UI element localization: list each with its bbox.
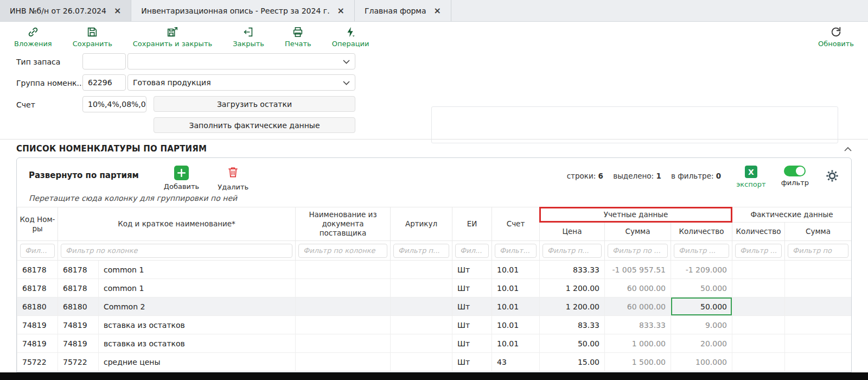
table-cell[interactable]: 50.00 <box>540 334 605 353</box>
table-cell[interactable]: 60 000.00 <box>605 279 671 297</box>
table-cell[interactable] <box>296 279 391 297</box>
collapse-chevron-icon[interactable] <box>844 143 852 154</box>
tab-register[interactable]: Инвентаризационная опись - Реестр за 202… <box>131 0 355 21</box>
table-cell[interactable]: 68178 <box>17 279 58 297</box>
table-cell[interactable] <box>391 261 452 279</box>
close-button[interactable]: Закрыть <box>233 26 264 48</box>
tab-close-icon[interactable]: × <box>337 7 344 15</box>
table-cell[interactable]: -1 005 957.51 <box>605 261 671 279</box>
table-cell[interactable]: 1 200.00 <box>540 279 605 297</box>
table-cell[interactable]: common 1 <box>99 279 296 297</box>
table-cell[interactable] <box>732 334 785 353</box>
refresh-button[interactable]: Обновить <box>818 26 854 48</box>
print-button[interactable]: Печать <box>285 26 311 48</box>
table-cell[interactable]: 20.000 <box>671 334 732 353</box>
item-group-select[interactable]: Готовая продукция <box>127 74 355 91</box>
filter-input-account[interactable] <box>495 244 537 258</box>
col-header-article[interactable]: Артикул <box>391 207 452 241</box>
attachments-button[interactable]: Вложения <box>14 26 52 48</box>
operations-button[interactable]: Операции <box>332 26 369 48</box>
col-header-sum[interactable]: Сумма <box>605 223 671 241</box>
table-cell[interactable] <box>296 353 391 371</box>
table-cell[interactable]: 75722 <box>58 353 99 371</box>
table-cell[interactable]: 15.00 <box>540 353 605 371</box>
table-cell[interactable] <box>732 353 785 371</box>
table-cell[interactable]: Шт <box>452 316 492 334</box>
table-cell[interactable] <box>732 316 785 334</box>
table-cell[interactable]: -1 209.000 <box>671 261 732 279</box>
filter-input-price[interactable] <box>542 244 602 258</box>
table-cell[interactable]: 10.01 <box>492 334 540 353</box>
table-cell[interactable]: 100.000 <box>671 353 732 371</box>
table-row[interactable]: 7572275722средние ценыШт4315.001 500.001… <box>17 353 852 371</box>
col-header-price[interactable]: Цена <box>540 223 605 241</box>
table-cell[interactable]: 50.000 <box>671 279 732 297</box>
filter-input-fact-qty[interactable] <box>735 244 782 258</box>
tab-close-icon[interactable]: × <box>114 7 121 15</box>
table-cell[interactable] <box>296 316 391 334</box>
excel-export-button[interactable]: X экспорт <box>736 166 765 188</box>
table-cell[interactable]: 1 000.00 <box>605 334 671 353</box>
settings-gear-button[interactable] <box>825 169 839 185</box>
table-cell[interactable]: 10.01 <box>492 316 540 334</box>
table-cell[interactable] <box>296 334 391 353</box>
table-cell[interactable]: 68180 <box>17 297 58 316</box>
table-cell[interactable]: 10.01 <box>492 279 540 297</box>
col-header-unit[interactable]: ЕИ <box>452 207 492 241</box>
filter-input-fact-sum[interactable] <box>788 244 848 258</box>
table-cell[interactable] <box>732 261 785 279</box>
table-cell[interactable]: средние цены <box>99 353 296 371</box>
table-cell[interactable]: 74819 <box>17 316 58 334</box>
stock-type-select[interactable] <box>127 53 355 69</box>
col-header-fact-sum[interactable]: Сумма <box>785 223 852 241</box>
table-cell[interactable] <box>785 297 852 316</box>
table-cell[interactable] <box>391 316 452 334</box>
table-row[interactable]: 6818068180Common 2Шт10.011 200.0060 000.… <box>17 297 852 316</box>
table-cell[interactable]: 68180 <box>58 297 99 316</box>
table-cell[interactable]: 83.33 <box>540 316 605 334</box>
table-cell[interactable]: Шт <box>452 297 492 316</box>
table-row[interactable]: 6817868178common 1Шт10.011 200.0060 000.… <box>17 279 852 297</box>
table-cell[interactable]: Шт <box>452 261 492 279</box>
table-cell[interactable] <box>391 353 452 371</box>
filter-input-sum[interactable] <box>608 244 668 258</box>
table-cell[interactable]: 10.01 <box>492 261 540 279</box>
table-cell[interactable] <box>296 297 391 316</box>
table-cell[interactable]: 74819 <box>58 316 99 334</box>
table-cell[interactable] <box>785 316 852 334</box>
load-balances-button[interactable]: Загрузить остатки <box>154 96 355 112</box>
table-row[interactable]: 7481974819вставка из остатковШт10.0183.3… <box>17 316 852 334</box>
table-cell[interactable]: Шт <box>452 334 492 353</box>
table-cell[interactable] <box>391 334 452 353</box>
table-cell[interactable]: 9.000 <box>671 316 732 334</box>
table-cell[interactable]: 1 500.00 <box>605 353 671 371</box>
table-cell[interactable]: 68178 <box>17 261 58 279</box>
table-cell[interactable]: 43 <box>492 353 540 371</box>
table-cell[interactable] <box>296 261 391 279</box>
filter-input-code[interactable] <box>20 244 55 258</box>
table-cell[interactable]: вставка из остатков <box>99 334 296 353</box>
table-cell[interactable]: 68178 <box>58 261 99 279</box>
filter-input-unit[interactable] <box>455 244 489 258</box>
col-header-fact-qty[interactable]: Количество <box>732 223 785 241</box>
table-row[interactable]: 6817868178common 1Шт10.01833.33-1 005 95… <box>17 261 852 279</box>
table-cell[interactable]: 833.33 <box>605 316 671 334</box>
filter-input-doc-name[interactable] <box>298 244 387 258</box>
tab-main-form[interactable]: Главная форма × <box>355 0 451 21</box>
table-cell[interactable] <box>391 297 452 316</box>
stock-type-code-input[interactable] <box>82 53 126 69</box>
col-header-account[interactable]: Счет <box>492 207 540 241</box>
table-cell[interactable]: common 1 <box>99 261 296 279</box>
table-cell[interactable] <box>391 279 452 297</box>
filter-input-name[interactable] <box>61 244 292 258</box>
group-by-drop-zone[interactable]: Перетащите сюда колонку для группировки … <box>17 192 851 207</box>
table-cell[interactable] <box>785 353 852 371</box>
tab-close-icon[interactable]: × <box>433 7 441 15</box>
table-cell[interactable]: Шт <box>452 353 492 371</box>
table-cell[interactable]: вставка из остатков <box>99 316 296 334</box>
filter-input-qty[interactable] <box>674 244 729 258</box>
table-cell[interactable]: 50.000 <box>671 297 732 316</box>
table-cell[interactable]: Common 2 <box>99 297 296 316</box>
account-input[interactable]: 10%,4%,08%,00 <box>82 96 146 112</box>
col-header-qty[interactable]: Количество <box>671 223 732 241</box>
